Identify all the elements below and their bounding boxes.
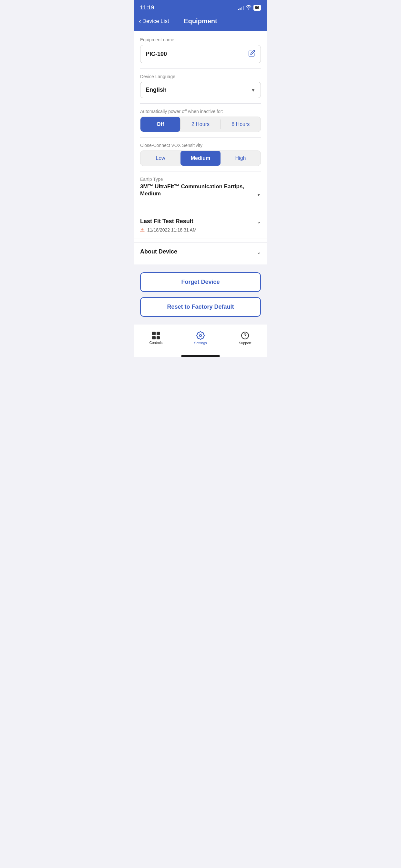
nav-settings[interactable]: Settings bbox=[189, 331, 212, 345]
equipment-name-value: PIC-100 bbox=[146, 51, 248, 58]
divider-4 bbox=[140, 171, 261, 172]
eartip-label: Eartip Type bbox=[140, 177, 252, 182]
status-time: 11:19 bbox=[140, 4, 154, 11]
power-off-off-button[interactable]: Off bbox=[141, 117, 180, 132]
fit-test-section: Last Fit Test Result ⚠ 11/18/2022 11:18:… bbox=[134, 212, 267, 239]
fit-test-date: 11/18/2022 11:18:31 AM bbox=[147, 227, 197, 232]
fit-test-collapse[interactable]: Last Fit Test Result ⚠ 11/18/2022 11:18:… bbox=[134, 212, 267, 239]
vox-high-button[interactable]: High bbox=[220, 151, 260, 166]
power-off-label: Automatically power off when inactive fo… bbox=[140, 109, 261, 114]
nav-controls[interactable]: Controls bbox=[145, 332, 167, 345]
grid-icon bbox=[152, 332, 160, 339]
gear-icon bbox=[196, 331, 205, 340]
device-language-label: Device Language bbox=[140, 74, 261, 79]
warning-icon: ⚠ bbox=[140, 227, 145, 233]
help-icon bbox=[241, 331, 249, 340]
equipment-name-field[interactable]: PIC-100 bbox=[140, 45, 261, 63]
wifi-icon bbox=[246, 5, 251, 11]
fit-test-chevron-icon: ⌄ bbox=[257, 219, 261, 225]
action-section: Forget Device Reset to Factory Default bbox=[134, 265, 267, 324]
chevron-down-icon: ▼ bbox=[251, 88, 255, 93]
home-indicator bbox=[181, 355, 220, 357]
edit-icon[interactable] bbox=[248, 50, 255, 58]
forget-device-button[interactable]: Forget Device bbox=[140, 272, 261, 292]
back-button[interactable]: ‹ Device List bbox=[139, 18, 169, 25]
vox-label: Close-Connect VOX Sensitivity bbox=[140, 143, 261, 148]
eartip-value: 3M™ UltraFit™ Communication Eartips, Med… bbox=[140, 183, 252, 197]
equipment-section: Equipment name PIC-100 Device Language E… bbox=[134, 31, 267, 209]
about-device-collapse[interactable]: About Device ⌄ bbox=[134, 242, 267, 261]
eartip-chevron-icon: ▼ bbox=[256, 192, 261, 197]
eartip-row[interactable]: Eartip Type 3M™ UltraFit™ Communication … bbox=[140, 177, 261, 202]
power-off-8hours-button[interactable]: 8 Hours bbox=[221, 117, 260, 132]
device-language-value: English bbox=[146, 87, 251, 93]
device-language-dropdown[interactable]: English ▼ bbox=[140, 82, 261, 98]
battery-icon: 96 bbox=[253, 5, 261, 11]
about-device-content: About Device bbox=[140, 248, 257, 255]
eartip-text: Eartip Type 3M™ UltraFit™ Communication … bbox=[140, 177, 252, 197]
page-title: Equipment bbox=[184, 18, 217, 25]
vox-low-button[interactable]: Low bbox=[141, 151, 181, 166]
about-device-chevron-icon: ⌄ bbox=[257, 249, 261, 255]
bottom-nav: Controls Settings Support bbox=[134, 328, 267, 352]
power-off-2hours-button[interactable]: 2 Hours bbox=[181, 117, 220, 132]
about-device-section: About Device ⌄ bbox=[134, 242, 267, 261]
about-device-title: About Device bbox=[140, 248, 257, 255]
power-off-toggle: Off 2 Hours 8 Hours bbox=[140, 117, 261, 132]
back-label: Device List bbox=[143, 18, 169, 25]
fit-test-title: Last Fit Test Result bbox=[140, 218, 257, 225]
divider-3 bbox=[140, 137, 261, 137]
divider-1 bbox=[140, 68, 261, 69]
back-chevron-icon: ‹ bbox=[139, 18, 141, 25]
support-label: Support bbox=[239, 341, 251, 345]
equipment-name-label: Equipment name bbox=[140, 37, 261, 42]
status-icons: 96 bbox=[238, 5, 261, 11]
main-content: Equipment name PIC-100 Device Language E… bbox=[134, 31, 267, 357]
signal-icon bbox=[238, 5, 244, 10]
nav-support[interactable]: Support bbox=[234, 331, 256, 345]
controls-label: Controls bbox=[150, 341, 163, 345]
fit-test-subtitle: ⚠ 11/18/2022 11:18:31 AM bbox=[140, 227, 257, 233]
divider-2 bbox=[140, 103, 261, 104]
settings-label: Settings bbox=[194, 341, 207, 345]
svg-point-0 bbox=[199, 335, 202, 337]
nav-header: ‹ Device List Equipment bbox=[134, 14, 267, 31]
reset-factory-button[interactable]: Reset to Factory Default bbox=[140, 297, 261, 317]
vox-medium-button[interactable]: Medium bbox=[181, 151, 220, 166]
vox-toggle: Low Medium High bbox=[140, 151, 261, 166]
status-bar: 11:19 96 bbox=[134, 0, 267, 14]
fit-test-content: Last Fit Test Result ⚠ 11/18/2022 11:18:… bbox=[140, 218, 257, 233]
